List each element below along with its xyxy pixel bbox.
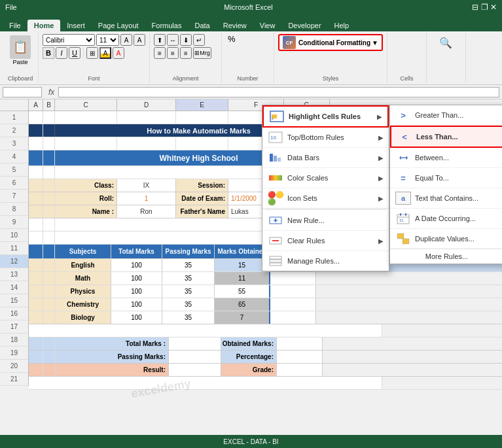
english-passing[interactable]: 35 [162,259,215,271]
align-left-btn[interactable]: ≡ [154,47,166,59]
styles-label: Styles [278,75,383,82]
tab-file[interactable]: File [3,20,27,31]
font-name-select[interactable]: Calibri [43,34,95,46]
chemistry-grade[interactable] [270,298,316,311]
row-21 [29,377,502,390]
fill-color-btn[interactable]: A [99,47,111,59]
cell-reference[interactable]: F12 [3,87,42,97]
math-grade[interactable] [270,272,316,284]
greater-than-item[interactable]: > Greater Than... [390,105,502,126]
less-than-item[interactable]: < Less Than... [390,126,502,148]
physics-total[interactable]: 100 [111,285,162,298]
name-value[interactable]: Ron [117,205,176,218]
biology-total[interactable]: 100 [111,311,162,324]
total-marks-value[interactable] [169,337,221,350]
passing-marks-summary-label: Passing Marks: [55,351,169,363]
align-right-btn[interactable]: ≡ [180,47,192,59]
date-occurring-item[interactable]: 31 A Date Occurring... [390,209,502,229]
tab-pagelayout[interactable]: Page Layout [92,20,145,31]
biology-subject[interactable]: Biology [55,311,111,324]
more-rules-link[interactable]: More Rules... [390,249,502,264]
roll-value[interactable]: 1 [117,192,176,205]
icon-sets-item[interactable]: 🔴🟡🟢 Icon Sets ▶ [262,188,389,209]
math-obtained[interactable]: 11 [215,272,270,284]
align-center-btn[interactable]: ≡ [167,47,179,59]
tab-review[interactable]: Review [217,20,253,31]
border-btn[interactable]: ⊞ [86,47,98,59]
equal-to-item[interactable]: = Equal To... [390,168,502,188]
color-scales-label: Color Scales [287,174,328,182]
wrap-text-btn[interactable]: ↵ [193,34,205,46]
ribbon-tabs: File Home Insert Page Layout Formulas Da… [0,14,502,31]
underline-btn[interactable]: U [69,47,81,59]
english-total[interactable]: 100 [111,259,162,271]
tab-help[interactable]: Help [328,20,356,31]
bold-btn[interactable]: B [43,47,54,59]
conditional-formatting-btn[interactable]: CF Conditional Formatting ▼ [278,34,383,51]
physics-passing[interactable]: 35 [162,285,215,298]
databars-icon [268,151,283,164]
tab-insert[interactable]: Insert [60,20,92,31]
result-value[interactable] [169,364,221,376]
math-passing[interactable]: 35 [162,272,215,284]
top-bottom-rules-label: Top/Bottom Rules [287,133,344,141]
tab-data[interactable]: Data [188,20,216,31]
font-color-btn[interactable]: A [113,47,124,59]
new-rule-item[interactable]: New Rule... [262,211,389,231]
top-bottom-rules-item[interactable]: 10 Top/Bottom Rules ▶ [262,128,389,148]
percentage-value[interactable] [277,351,323,363]
chemistry-passing[interactable]: 35 [162,298,215,311]
managerules-icon [268,254,283,267]
tab-formulas[interactable]: Formulas [145,20,188,31]
physics-obtained[interactable]: 55 [215,285,270,298]
decrease-font-btn[interactable]: A [134,34,145,46]
number-group: % Number [222,33,274,83]
math-subject[interactable]: Math [55,272,111,284]
duplicate-values-item[interactable]: Duplicate Values... [390,229,502,249]
sheet-area: 1 2 3 4 5 6 7 8 9 10 11 12 13 14 15 16 1… [0,99,502,435]
formula-input[interactable]: =VLOOKUP($E$8,Sheet1!$B$2: [58,87,499,97]
physics-grade[interactable] [270,285,316,298]
search-icon[interactable]: 🔍 [439,37,452,49]
data-bars-item[interactable]: Data Bars ▶ [262,148,389,168]
biology-passing[interactable]: 35 [162,311,215,324]
fathers-name-label: Father's Name [176,205,228,218]
biology-obtained[interactable]: 7 [215,311,270,324]
font-size-select[interactable]: 11 [96,34,119,46]
passing-marks-summary-value[interactable] [169,351,221,363]
italic-btn[interactable]: I [56,47,67,59]
manage-rules-item[interactable]: Manage Rules... [262,251,389,271]
obtained-marks-value[interactable] [277,337,323,350]
align-middle-btn[interactable]: ↔ [167,34,179,46]
increase-font-btn[interactable]: A [120,34,132,46]
row-num-20: 20 [0,360,28,373]
math-total[interactable]: 100 [111,272,162,284]
physics-subject[interactable]: Physics [55,285,111,298]
english-subject[interactable]: English [55,259,111,271]
clear-rules-item[interactable]: Clear Rules ▶ [262,231,389,251]
iconsets-arrow: ▶ [378,195,384,202]
highlight-cells-rules-item[interactable]: ≥ Highlight Cells Rules ▶ [262,105,389,128]
biology-grade[interactable] [270,311,316,324]
color-scales-item[interactable]: Color Scales ▶ [262,168,389,188]
text-contains-item[interactable]: a Text that Contains... [390,188,502,209]
align-top-btn[interactable]: ⬆ [154,34,166,46]
align-bottom-btn[interactable]: ⬇ [180,34,192,46]
class-value[interactable]: IX [117,179,176,192]
col-c: C [55,99,117,111]
chemistry-obtained[interactable]: 65 [215,298,270,311]
row-num-9: 9 [0,216,28,229]
tab-developer[interactable]: Developer [281,20,327,31]
percent-btn[interactable]: % [226,34,238,44]
chemistry-total[interactable]: 100 [111,298,162,311]
chemistry-subject[interactable]: Chemistry [55,298,111,311]
merge-btn[interactable]: ⊞Mrg [193,47,211,59]
grade-summary-value[interactable] [277,364,323,376]
clearrules-icon [268,234,283,247]
tab-home[interactable]: Home [27,20,61,31]
paste-btn[interactable]: 📋 Paste [9,34,32,67]
file-menu[interactable]: File [5,3,17,11]
tab-view[interactable]: View [253,20,282,31]
font-label: Font [43,75,145,82]
between-item[interactable]: ⟷ Between... [390,148,502,168]
